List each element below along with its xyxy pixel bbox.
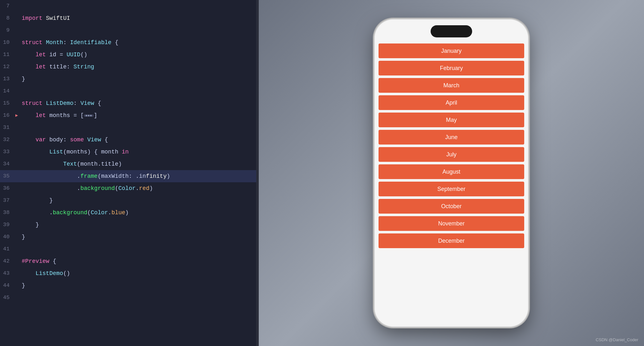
- code-line-32: 32 var body: some View {: [0, 134, 259, 146]
- line-number: 12: [0, 61, 15, 73]
- token-plain: {: [101, 137, 108, 143]
- token-white: finity: [146, 173, 167, 179]
- month-list-item[interactable]: November: [379, 216, 524, 231]
- token-func: background: [53, 209, 87, 216]
- code-line-35: 35 .frame(maxWidth: .infinity): [0, 170, 259, 182]
- line-content: struct Month: Identifiable {: [22, 36, 259, 49]
- token-plain: [22, 161, 63, 167]
- month-list-item[interactable]: January: [379, 43, 524, 58]
- line-content: import SwiftUI: [22, 12, 259, 24]
- token-orange: blue: [111, 209, 125, 216]
- line-number: 40: [0, 231, 15, 243]
- line-number: 43: [0, 267, 15, 279]
- code-line-36: 36 .background(Color.red): [0, 182, 259, 194]
- line-content: ListDemo(): [22, 267, 259, 279]
- month-list-item[interactable]: July: [379, 147, 524, 162]
- code-line-14: 14: [0, 85, 259, 97]
- token-teal: UUID: [66, 51, 80, 58]
- token-plain: .: [22, 209, 53, 216]
- screen-content: JanuaryFebruaryMarchAprilMayJuneJulyAugu…: [375, 20, 528, 326]
- token-kw: let: [35, 112, 49, 119]
- token-teal: List: [49, 149, 63, 155]
- token-plain: }: [22, 76, 25, 82]
- line-number: 34: [0, 158, 15, 170]
- month-list-item[interactable]: February: [379, 61, 524, 75]
- token-plain: [22, 112, 35, 119]
- month-list-item[interactable]: April: [379, 95, 524, 110]
- token-plain: (: [87, 209, 91, 216]
- token-teal: View: [80, 100, 94, 106]
- line-content: let id = UUID(): [22, 49, 259, 61]
- code-line-10: 10struct Month: Identifiable {: [0, 36, 259, 49]
- code-line-31: 31: [0, 122, 259, 134]
- line-number: 31: [0, 122, 15, 134]
- token-plain: .: [22, 173, 80, 179]
- line-content: }: [22, 231, 259, 243]
- scrollbar[interactable]: [256, 0, 259, 346]
- code-line-43: 43 ListDemo(): [0, 267, 259, 279]
- token-plain: ): [167, 173, 170, 179]
- token-teal: Month: [46, 39, 63, 46]
- token-teal: Color: [91, 209, 108, 216]
- token-plain: ]: [94, 112, 97, 119]
- token-plain: (months) { month: [63, 149, 122, 155]
- line-content: var body: some View {: [22, 134, 259, 146]
- month-list-item[interactable]: September: [379, 182, 524, 196]
- iphone-frame: JanuaryFebruaryMarchAprilMayJuneJulyAugu…: [375, 20, 528, 326]
- code-line-38: 38 .background(Color.blue): [0, 207, 259, 219]
- line-content: .frame(maxWidth: .infinity): [22, 170, 259, 182]
- token-plain: [22, 149, 49, 155]
- line-number: 38: [0, 207, 15, 219]
- code-line-8: 8import SwiftUI: [0, 12, 259, 24]
- code-lines: 78import SwiftUI910struct Month: Identif…: [0, 0, 259, 304]
- line-number: 41: [0, 243, 15, 255]
- token-kw: let: [35, 51, 49, 58]
- line-content: .background(Color.blue): [22, 207, 259, 219]
- code-line-16: 16▶ let months = []: [0, 109, 259, 122]
- preview-panel: JanuaryFebruaryMarchAprilMayJuneJulyAugu…: [259, 0, 644, 346]
- code-line-34: 34 Text(month.title): [0, 158, 259, 170]
- breakpoint-arrow: ▶: [15, 109, 22, 122]
- line-number: 13: [0, 73, 15, 85]
- token-plain: (): [63, 270, 70, 277]
- token-teal: View: [87, 137, 101, 143]
- line-number: 7: [0, 0, 15, 12]
- line-content: List(months) { month in: [22, 146, 259, 158]
- line-number: 9: [0, 24, 15, 36]
- line-number: 36: [0, 182, 15, 194]
- month-list-item[interactable]: May: [379, 113, 524, 127]
- token-plain: (): [80, 51, 88, 58]
- token-plain: :: [73, 100, 80, 106]
- code-line-39: 39 }: [0, 219, 259, 231]
- month-list-item[interactable]: August: [379, 164, 524, 179]
- month-list-item[interactable]: October: [379, 199, 524, 214]
- code-line-11: 11 let id = UUID(): [0, 49, 259, 61]
- token-teal: ListDemo: [46, 100, 73, 106]
- line-content: }: [22, 219, 259, 231]
- line-number: 35: [0, 170, 15, 182]
- token-plain: months = [: [49, 112, 84, 119]
- token-plain: {: [94, 100, 101, 106]
- month-list-item[interactable]: June: [379, 130, 524, 145]
- token-plain: }: [22, 222, 39, 228]
- token-plain: }: [22, 282, 25, 289]
- token-kw: in: [122, 149, 129, 155]
- code-line-33: 33 List(months) { month in: [0, 146, 259, 158]
- token-orange: red: [139, 185, 149, 192]
- token-plain: [22, 51, 35, 58]
- line-number: 39: [0, 219, 15, 231]
- token-teal: Text: [63, 161, 77, 167]
- line-number: 15: [0, 97, 15, 109]
- token-plain: [22, 64, 35, 70]
- line-content: #Preview {: [22, 255, 259, 267]
- month-list-item[interactable]: December: [379, 233, 524, 248]
- token-plain: }: [22, 197, 53, 204]
- line-number: 8: [0, 12, 15, 24]
- token-pink: #Preview: [22, 258, 49, 264]
- line-content: struct ListDemo: View {: [22, 97, 259, 109]
- line-content: Text(month.title): [22, 158, 259, 170]
- token-plain: (: [115, 185, 119, 192]
- token-kw: some: [70, 137, 87, 143]
- token-teal: String: [73, 64, 94, 70]
- month-list-item[interactable]: March: [379, 78, 524, 93]
